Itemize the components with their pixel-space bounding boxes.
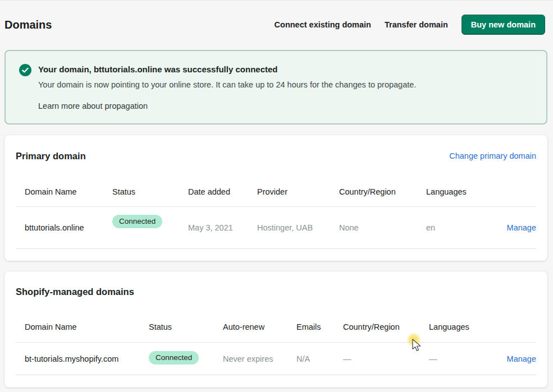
column-header: Country/Region [343,322,429,331]
page-title: Domains [4,19,275,31]
check-circle-icon [19,64,31,76]
banner-title: Your domain, bttutorials.online was succ… [38,63,416,76]
status-badge: Connected [149,351,199,365]
column-header: Date added [188,187,257,196]
banner-body: Your domain is now pointing to your onli… [38,79,416,91]
primary-domain-card-header: Primary domain Change primary domain [4,135,547,177]
banner-text: Your domain, bttutorials.online was succ… [38,63,416,123]
change-primary-domain-link[interactable]: Change primary domain [449,151,536,160]
table-row: bttutorials.online Connected May 3, 2021… [16,207,536,249]
date-added-cell: May 3, 2021 [188,223,257,232]
languages-cell: — [429,354,491,363]
primary-domain-table-header-row: Domain Name Status Date added Provider C… [16,177,536,207]
status-cell: Connected [112,221,188,234]
status-cell: Connected [149,352,223,366]
manage-link[interactable]: Manage [491,354,536,363]
primary-domain-card-title: Primary domain [16,151,86,162]
status-badge: Connected [112,215,162,228]
shopify-managed-table-header-row: Domain Name Status Auto-renew Emails Cou… [16,312,536,343]
transfer-domain-button[interactable]: Transfer domain [385,20,448,29]
column-header: Provider [257,187,339,196]
column-header: Domain Name [25,322,149,331]
languages-cell: en [426,223,488,232]
column-header: Emails [296,322,343,331]
manage-link[interactable]: Manage [488,223,536,232]
column-header: Status [149,322,223,331]
country-region-cell: — [343,354,429,363]
shopify-managed-domains-card: Shopify-managed domains Domain Name Stat… [4,271,547,388]
shopify-managed-table: Domain Name Status Auto-renew Emails Cou… [16,312,536,375]
provider-cell: Hostinger, UAB [257,223,339,232]
shopify-managed-card-title: Shopify-managed domains [16,287,134,297]
domain-name-cell: bttutorials.online [25,223,112,232]
country-region-cell: None [339,223,426,232]
column-header: Auto-renew [223,322,296,331]
column-header: Domain Name [25,187,112,196]
column-header: Languages [429,322,491,331]
primary-domain-card: Primary domain Change primary domain Dom… [4,135,547,261]
page-header: Domains Connect existing domain Transfer… [0,1,553,35]
column-header: Languages [426,187,488,196]
auto-renew-cell: Never expires [223,354,296,363]
buy-new-domain-button[interactable]: Buy new domain [461,15,545,35]
column-header: Country/Region [339,187,426,196]
learn-more-propagation-link[interactable]: Learn more about propagation [38,102,148,110]
success-banner: Your domain, bttutorials.online was succ… [4,50,547,124]
header-actions: Connect existing domain Transfer domain … [275,15,545,35]
column-header: Status [112,187,188,196]
primary-domain-table: Domain Name Status Date added Provider C… [16,177,536,249]
emails-cell: N/A [296,354,343,363]
connect-existing-domain-button[interactable]: Connect existing domain [275,20,371,29]
shopify-managed-card-header: Shopify-managed domains [4,271,547,312]
domain-name-cell: bt-tutorials.myshopify.com [25,354,149,363]
table-row: bt-tutorials.myshopify.com Connected Nev… [16,343,536,375]
